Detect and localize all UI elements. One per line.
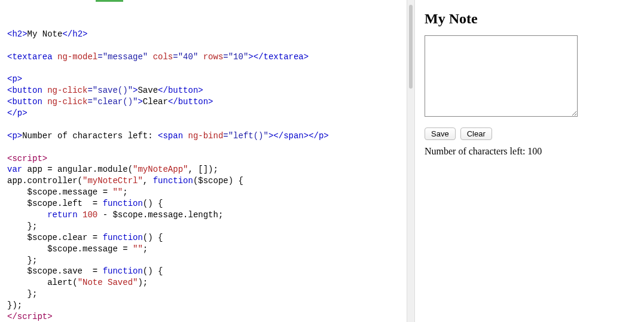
- save-button[interactable]: Save: [425, 127, 456, 140]
- code-token: "myNoteCtrl": [83, 176, 143, 186]
- code-token: ;: [143, 244, 148, 254]
- chars-left-label: Number of characters left:: [425, 146, 527, 156]
- code-token: Number of characters left:: [22, 131, 158, 141]
- preview-heading: My Note: [425, 11, 634, 27]
- code-editor[interactable]: <h2>My Note</h2> <textarea ng-model="mes…: [0, 0, 407, 322]
- code-token: "Note Saved": [78, 278, 138, 287]
- code-token: </button>: [168, 97, 213, 107]
- code-token: ng-model: [53, 52, 98, 62]
- code-token: ng-bind: [183, 131, 223, 141]
- code-token: , []);: [188, 165, 218, 174]
- code-token: ;: [123, 187, 127, 197]
- code-token: );: [138, 278, 148, 287]
- code-token: </h2>: [62, 29, 87, 39]
- code-token: };: [7, 289, 37, 299]
- code-token: function: [153, 176, 193, 186]
- note-textarea[interactable]: [425, 35, 578, 117]
- code-token: >: [138, 97, 142, 107]
- active-tab-indicator: [96, 0, 123, 2]
- code-token: ="10": [223, 52, 248, 62]
- code-token: ng-click: [42, 97, 88, 107]
- code-token: "": [133, 244, 143, 254]
- clear-button[interactable]: Clear: [460, 127, 492, 140]
- code-token: Clear: [143, 97, 168, 107]
- code-token: () {: [143, 199, 163, 208]
- code-token: </script>: [7, 312, 53, 321]
- code-token: alert(: [7, 278, 78, 287]
- code-token: app = angular.module(: [22, 165, 133, 174]
- code-token: ="left()": [223, 131, 268, 141]
- code-token: <span: [158, 131, 183, 141]
- code-token: app.controller(: [7, 176, 83, 186]
- code-token: () {: [143, 233, 163, 242]
- code-token: ($scope) {: [193, 176, 243, 186]
- code-token: var: [7, 165, 22, 174]
- scrollbar-thumb[interactable]: [409, 5, 413, 89]
- code-token: <p>: [7, 74, 22, 84]
- code-token: <p>: [7, 131, 22, 141]
- code-token: function: [103, 266, 143, 276]
- code-token: ng-click: [42, 86, 88, 95]
- code-token: "": [112, 187, 123, 197]
- code-token: [7, 210, 47, 220]
- code-token: $scope.left =: [7, 199, 103, 208]
- code-token: "myNoteApp": [133, 165, 188, 174]
- code-token: ></textarea>: [248, 52, 309, 62]
- code-token: $scope.message =: [7, 244, 133, 254]
- code-token: };: [7, 256, 37, 265]
- code-token: ="clear()": [87, 97, 138, 107]
- code-token: </p>: [309, 131, 329, 141]
- code-token: </button>: [158, 86, 203, 95]
- code-token: rows: [198, 52, 223, 62]
- code-token: [78, 210, 83, 220]
- code-token: <h2>: [7, 29, 28, 39]
- pane-divider[interactable]: [407, 0, 415, 322]
- code-token: cols: [148, 52, 173, 62]
- code-token: $scope.clear =: [7, 233, 103, 242]
- code-token: <script>: [7, 154, 47, 163]
- code-token: <button: [7, 86, 42, 95]
- code-token: My Note: [28, 29, 63, 39]
- code-token: function: [103, 199, 143, 208]
- preview-pane: My Note Save Clear Number of characters …: [415, 0, 644, 322]
- code-token: ="save()": [87, 86, 133, 95]
- code-token: <button: [7, 97, 42, 107]
- code-token: () {: [143, 266, 163, 276]
- code-token: });: [7, 300, 22, 310]
- code-token: ="40": [173, 52, 198, 62]
- code-token: </p>: [7, 108, 28, 118]
- code-token: ,: [143, 176, 153, 186]
- chars-left-row: Number of characters left: 100: [425, 146, 634, 157]
- code-token: - $scope.message.length;: [97, 210, 223, 220]
- code-token: $scope.message =: [7, 187, 112, 197]
- code-token: function: [103, 233, 143, 242]
- code-token: };: [7, 221, 37, 231]
- code-token: <textarea: [7, 52, 53, 62]
- code-token: $scope.save =: [7, 266, 103, 276]
- code-token: 100: [83, 210, 97, 220]
- chars-left-value: 100: [527, 146, 542, 156]
- code-token: ="message": [97, 52, 148, 62]
- code-token: Save: [138, 86, 158, 95]
- code-token: ></span>: [268, 131, 309, 141]
- code-token: return: [47, 210, 77, 220]
